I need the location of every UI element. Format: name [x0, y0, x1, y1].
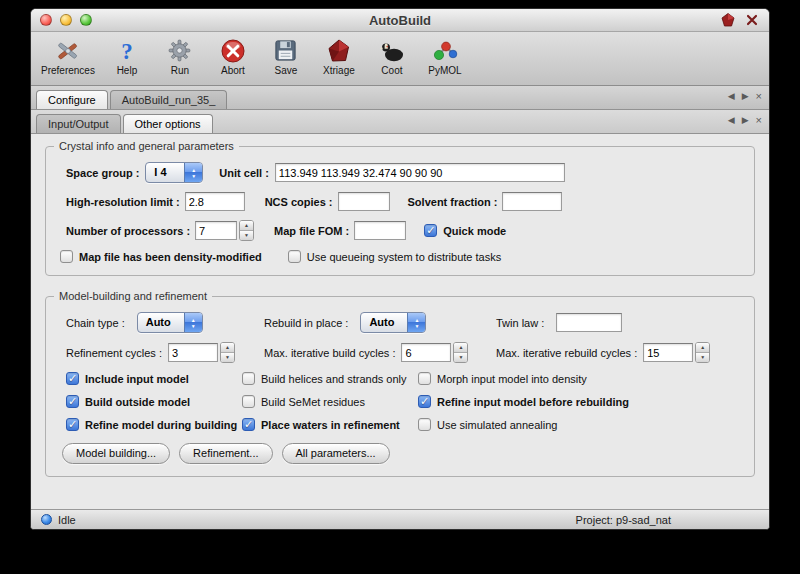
checkbox-icon — [242, 372, 255, 385]
build-semet-residues-checkbox[interactable]: Build SeMet residues — [242, 395, 418, 408]
max-rebuild-cycles-input[interactable] — [643, 343, 693, 362]
max-rebuild-cycles-label: Max. iterative rebuild cycles : — [496, 347, 637, 359]
checkbox-icon — [242, 418, 255, 431]
project-label: Project: p9-sad_nat — [576, 514, 671, 526]
tab-next-icon[interactable]: ▶ — [742, 115, 749, 125]
high-resolution-label: High-resolution limit : — [66, 196, 180, 208]
build-helices-strands-checkbox[interactable]: Build helices and strands only — [242, 372, 418, 385]
processors-input[interactable] — [195, 221, 237, 240]
refine-during-building-checkbox[interactable]: Refine model during building — [66, 418, 242, 431]
toolbar-button-xtriage[interactable]: Xtriage — [316, 35, 362, 77]
stepper-down-icon[interactable]: ▼ — [240, 231, 253, 240]
checkbox-icon — [66, 395, 79, 408]
max-build-cycles-stepper[interactable]: ▲ ▼ — [453, 342, 468, 363]
simulated-annealing-checkbox[interactable]: Use simulated annealing — [418, 418, 744, 431]
unit-cell-input[interactable] — [275, 163, 565, 182]
titlebar-close-icon[interactable] — [744, 12, 759, 27]
toolbar-label: Coot — [381, 65, 402, 76]
refinement-cycles-input[interactable] — [168, 343, 218, 362]
processors-stepper[interactable]: ▲ ▼ — [239, 220, 254, 241]
tab-prev-icon[interactable]: ◀ — [728, 115, 735, 125]
checkbox-label: Refine model during building — [85, 419, 237, 431]
tab-other-options[interactable]: Other options — [123, 114, 213, 133]
queueing-checkbox[interactable]: Use queueing system to distribute tasks — [288, 250, 501, 263]
solvent-fraction-label: Solvent fraction : — [408, 196, 498, 208]
pymol-icon — [432, 36, 458, 65]
map-fom-input[interactable] — [354, 221, 406, 240]
checkbox-icon — [424, 224, 437, 237]
density-modified-checkbox[interactable]: Map file has been density-modified — [60, 250, 262, 263]
options-tab-nav: ◀ ▶ × — [728, 115, 762, 125]
checkbox-label: Use simulated annealing — [437, 419, 557, 431]
tab-close-icon[interactable]: × — [756, 115, 762, 125]
refinement-button[interactable]: Refinement... — [179, 443, 272, 464]
stepper-down-icon[interactable]: ▼ — [221, 353, 234, 362]
refinement-cycles-stepper[interactable]: ▲ ▼ — [220, 342, 235, 363]
all-parameters-button[interactable]: All parameters... — [282, 443, 390, 464]
twin-law-cell: Twin law : — [496, 313, 622, 332]
solvent-fraction-input[interactable] — [502, 192, 562, 211]
zoom-button[interactable] — [80, 14, 92, 26]
max-build-cycles-cell: Max. iterative build cycles : ▲ ▼ — [264, 342, 496, 363]
toolbar-button-pymol[interactable]: PyMOL — [422, 35, 468, 77]
checkbox-label: Map file has been density-modified — [79, 251, 262, 263]
group-title: Crystal info and general parameters — [54, 140, 239, 152]
toolbar-label: Help — [117, 65, 138, 76]
tab-prev-icon[interactable]: ◀ — [728, 91, 735, 101]
stepper-up-icon[interactable]: ▲ — [240, 221, 253, 231]
toolbar-button-preferences[interactable]: Preferences — [39, 35, 97, 77]
include-input-model-checkbox[interactable]: Include input model — [66, 372, 242, 385]
stepper-up-icon[interactable]: ▲ — [221, 343, 234, 353]
max-build-cycles-input[interactable] — [401, 343, 451, 362]
tab-close-icon[interactable]: × — [756, 91, 762, 101]
model-building-group: Model-building and refinement Chain type… — [45, 296, 755, 477]
stepper-up-icon[interactable]: ▲ — [696, 343, 709, 353]
space-group-value: I 4 — [146, 163, 184, 182]
rebuild-in-place-select[interactable]: Auto ▲▼ — [360, 312, 426, 333]
stepper-down-icon[interactable]: ▼ — [696, 353, 709, 362]
close-button[interactable] — [40, 14, 52, 26]
checkbox-label: Build helices and strands only — [261, 373, 407, 385]
tab-configure[interactable]: Configure — [36, 90, 108, 109]
toolbar-button-coot[interactable]: Coot — [369, 35, 415, 77]
max-build-cycles-label: Max. iterative build cycles : — [264, 347, 395, 359]
chain-type-value: Auto — [138, 313, 184, 332]
high-resolution-input[interactable] — [185, 192, 245, 211]
minimize-button[interactable] — [60, 14, 72, 26]
twin-law-label: Twin law : — [496, 317, 544, 329]
rebuild-in-place-value: Auto — [361, 313, 407, 332]
tab-autobuild-run-35[interactable]: AutoBuild_run_35_ — [110, 90, 228, 109]
build-outside-model-checkbox[interactable]: Build outside model — [66, 395, 242, 408]
tab-input-output[interactable]: Input/Output — [36, 114, 121, 133]
ncs-copies-input[interactable] — [338, 192, 390, 211]
popup-arrows-icon: ▲▼ — [184, 313, 202, 332]
space-group-select[interactable]: I 4 ▲▼ — [145, 162, 203, 183]
svg-text:?: ? — [121, 39, 133, 64]
stepper-up-icon[interactable]: ▲ — [454, 343, 467, 353]
morph-input-model-checkbox[interactable]: Morph input model into density — [418, 372, 744, 385]
processors-label: Number of processors : — [66, 225, 190, 237]
popup-arrows-icon: ▲▼ — [184, 163, 202, 182]
toolbar-button-save[interactable]: Save — [263, 35, 309, 77]
model-checkbox-grid: Include input model Build helices and st… — [66, 372, 744, 431]
quick-mode-checkbox[interactable]: Quick mode — [424, 224, 506, 237]
tab-next-icon[interactable]: ▶ — [742, 91, 749, 101]
place-waters-checkbox[interactable]: Place waters in refinement — [242, 418, 418, 431]
model-building-button[interactable]: Model building... — [62, 443, 170, 464]
stepper-down-icon[interactable]: ▼ — [454, 353, 467, 362]
window-title: AutoBuild — [31, 13, 769, 28]
titlebar-right-icons — [720, 12, 759, 27]
chain-type-select[interactable]: Auto ▲▼ — [137, 312, 203, 333]
toolbar-button-help[interactable]: ? Help — [104, 35, 150, 77]
max-rebuild-cycles-stepper[interactable]: ▲ ▼ — [695, 342, 710, 363]
checkbox-label: Quick mode — [443, 225, 506, 237]
checkbox-icon — [418, 418, 431, 431]
toolbar-label: Run — [171, 65, 189, 76]
refine-input-model-checkbox[interactable]: Refine input model before rebuilding — [418, 395, 744, 408]
twin-law-input[interactable] — [556, 313, 622, 332]
toolbar-button-abort[interactable]: Abort — [210, 35, 256, 77]
phenix-badge-icon[interactable] — [720, 12, 735, 27]
toolbar-button-run[interactable]: Run — [157, 35, 203, 77]
toolbar-label: Save — [275, 65, 298, 76]
unit-cell-label: Unit cell : — [219, 167, 269, 179]
